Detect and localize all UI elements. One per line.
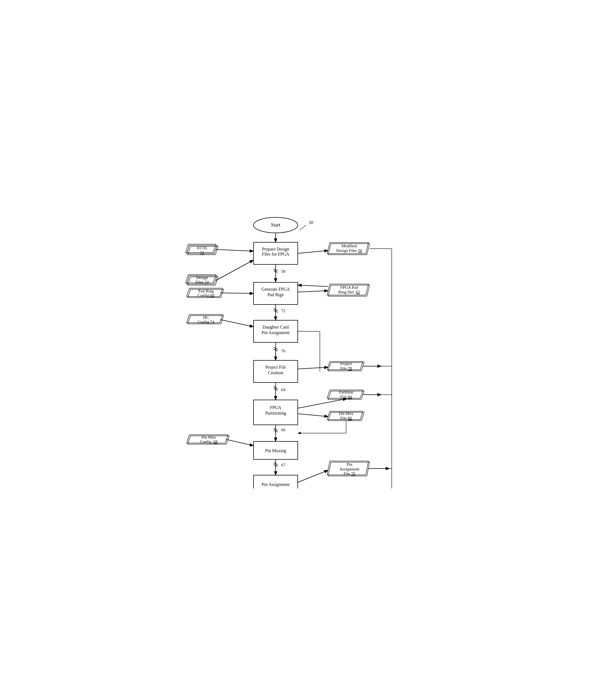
- project-file-node: Project File 78: [298, 361, 381, 371]
- svg-line-73: [298, 471, 328, 482]
- partition-file-label-1: Partition: [339, 390, 353, 394]
- pin-mux-file-node: Pin Mux File 86: [298, 411, 364, 433]
- design-files-node: Design Files 54: [185, 260, 253, 285]
- partition-file-node: Partition File 84: [298, 390, 381, 408]
- svg-line-1: [300, 225, 306, 230]
- generate-label-2: Pad Rign: [267, 292, 284, 297]
- svg-line-42: [298, 367, 328, 369]
- svg-line-26: [298, 285, 328, 286]
- daughter-label-2: Pin Assignment: [262, 330, 290, 335]
- label-72: 72: [281, 309, 285, 313]
- pin-mux-file-label-2: File 86: [340, 416, 352, 420]
- modified-design-files-node: Modified Design Files 56: [298, 243, 370, 255]
- project-file-label-1: Project: [340, 361, 352, 366]
- label-58: 58: [281, 269, 285, 274]
- pin-assignment-label: Pin Assignment: [262, 482, 290, 487]
- flowchart-diagram: Start 50 Prepare Design Files for FPGA E…: [182, 212, 419, 489]
- pad-ring-label-1: Pad Ring: [198, 289, 214, 293]
- design-files-label-2: Files 54: [195, 280, 209, 284]
- pin-assign-file-label-3: File 70: [344, 472, 355, 476]
- modified-label-2: Design Files 56: [336, 248, 362, 253]
- svg-line-22: [221, 293, 253, 294]
- ecos-label-2: 52: [200, 251, 204, 255]
- partitioning-label-2: Partitioning: [265, 411, 286, 416]
- label-67: 67: [281, 463, 286, 467]
- prepare-label-1: Prepare Design: [262, 247, 289, 252]
- svg-line-7: [216, 249, 253, 251]
- partitioning-label-1: FPGA: [270, 405, 282, 410]
- label-76: 76: [281, 349, 286, 353]
- svg-line-11: [216, 260, 253, 280]
- prepare-label-2: Files for FPGA: [262, 252, 289, 256]
- pin-assign-file-label-1: Pin: [347, 462, 352, 467]
- pad-ring-label-2: Config 60: [198, 293, 214, 298]
- dc-config-label-1: DC: [203, 315, 209, 320]
- design-files-label-1: Design: [196, 275, 208, 280]
- dc-config-label-2: Config 74: [198, 320, 214, 324]
- label-50: 50: [309, 220, 313, 225]
- pin-mux-config-label-1: Pin Mux: [202, 435, 216, 440]
- project-creation-label-1: Project File: [265, 365, 286, 370]
- pin-assignment-file-node: Pin Assignment File 70: [298, 461, 389, 482]
- project-creation-label-2: Creation: [268, 370, 283, 375]
- pin-muxing-label: Pin Muxing: [265, 448, 286, 453]
- pin-mux-config-label-2: Config. 68: [200, 440, 217, 444]
- start-label: Start: [271, 222, 280, 228]
- ecos-label-1: ECOs: [197, 246, 207, 250]
- svg-line-51: [298, 399, 346, 408]
- pin-assign-file-label-2: Assignment: [339, 467, 360, 471]
- flowchart-svg: Start 50 Prepare Design Files for FPGA E…: [182, 212, 419, 489]
- label-64: 64: [281, 388, 286, 392]
- svg-line-55: [298, 414, 328, 417]
- daughter-label-1: Daughter Card: [263, 325, 289, 330]
- dc-config-node: DC Config 74: [187, 315, 253, 327]
- fpga-pad-ring-label-2: Ring Def. 62: [338, 290, 360, 294]
- project-file-label-2: File 78: [340, 366, 352, 371]
- label-66: 66: [281, 428, 286, 432]
- fpga-pad-ring-label-1: FPGA Pad: [340, 285, 358, 290]
- modified-label-1: Modified: [341, 244, 357, 248]
- svg-line-64: [227, 440, 253, 446]
- ecos-node: ECOs 52: [185, 244, 253, 255]
- svg-line-25: [298, 291, 328, 292]
- svg-line-14: [298, 251, 328, 253]
- fpga-pad-ring-node: FPGA Pad Ring Def. 62: [298, 284, 370, 296]
- pad-ring-config-node: Pad Ring Config 60: [187, 288, 253, 298]
- svg-line-33: [221, 320, 253, 327]
- generate-label-1: Generate FPGA: [262, 287, 290, 292]
- pin-mux-config-node: Pin Mux Config. 68: [187, 435, 253, 446]
- pin-mux-file-label-1: Pin Mux: [339, 411, 354, 416]
- partition-file-label-2: File 84: [340, 395, 352, 399]
